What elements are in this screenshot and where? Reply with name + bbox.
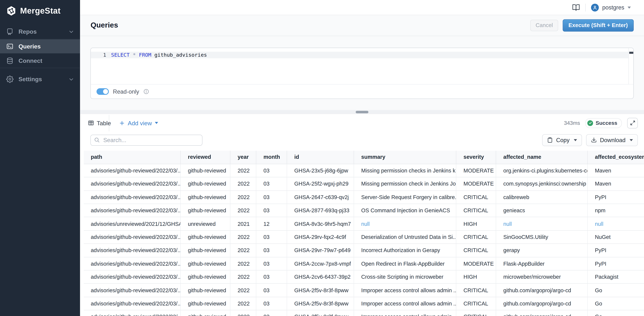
sidebar-item-queries[interactable]: Queries bbox=[0, 39, 80, 53]
cell-affected_name: SinGooCMS.Utility bbox=[496, 230, 588, 244]
cell-path: advisories/github-reviewed/2022/03/... bbox=[84, 230, 180, 244]
cell-summary: Improper access control allows admin ... bbox=[354, 297, 456, 310]
download-button[interactable]: Download bbox=[586, 134, 638, 146]
cell-month: 03 bbox=[256, 310, 287, 316]
cell-affected_ecosystem: Packagist bbox=[588, 270, 644, 284]
expand-button[interactable] bbox=[627, 118, 638, 128]
check-circle-icon bbox=[588, 120, 593, 126]
maximize-icon bbox=[630, 120, 635, 126]
caret-down-icon bbox=[155, 122, 158, 124]
column-header-month[interactable]: month bbox=[256, 150, 287, 164]
cell-affected_ecosystem: Maven bbox=[588, 177, 644, 190]
readonly-toggle[interactable] bbox=[96, 88, 109, 95]
cell-summary: Cross-site Scripting in microweber bbox=[354, 270, 456, 284]
cell-month: 03 bbox=[256, 164, 287, 177]
line-number: 1 bbox=[90, 52, 106, 58]
cell-affected_name: com.synopsys.jenkinsci:ownership bbox=[496, 177, 588, 190]
column-header-severity[interactable]: severity bbox=[456, 150, 496, 164]
clipboard-icon bbox=[547, 137, 553, 143]
table-row: advisories/github-reviewed/2022/03/...gi… bbox=[84, 177, 644, 190]
cancel-button[interactable]: Cancel bbox=[530, 20, 558, 31]
cell-month: 03 bbox=[256, 244, 287, 257]
cell-affected_name: org.jenkins-ci.plugins:kubernetes-cd bbox=[496, 164, 588, 177]
cell-month: 03 bbox=[256, 284, 287, 297]
cell-path: advisories/unreviewed/2021/12/GHSA... bbox=[84, 217, 180, 230]
splitter-drag-handle[interactable] bbox=[356, 111, 368, 113]
user-menu[interactable]: postgres bbox=[591, 3, 631, 11]
sql-editor[interactable]: 1 SELECT * FROM github_advisories bbox=[90, 48, 633, 84]
topbar-divider bbox=[586, 3, 586, 11]
cell-severity: CRITICAL bbox=[456, 244, 496, 257]
tab-table-label: Table bbox=[97, 120, 111, 126]
cell-reviewed: github-reviewed bbox=[180, 177, 230, 190]
cell-reviewed: github-reviewed bbox=[180, 310, 230, 316]
sidebar-item-label: Queries bbox=[18, 43, 40, 50]
cell-year: 2022 bbox=[230, 270, 256, 284]
column-header-year[interactable]: year bbox=[230, 150, 256, 164]
table-row: advisories/github-reviewed/2022/03/...gi… bbox=[84, 191, 644, 204]
cell-summary: Server-Side Request Forgery in calibre..… bbox=[354, 191, 456, 204]
sql-keyword: SELECT bbox=[111, 52, 130, 58]
column-header-path[interactable]: path bbox=[84, 150, 180, 164]
query-section: Queries Cancel Execute (Shift + Enter) 1… bbox=[80, 15, 644, 114]
cell-year: 2022 bbox=[230, 244, 256, 257]
info-icon[interactable] bbox=[143, 88, 149, 94]
topbar: postgres bbox=[80, 0, 644, 15]
column-header-summary[interactable]: summary bbox=[354, 150, 456, 164]
filter-row: Copy Download bbox=[80, 131, 644, 146]
cell-year: 2022 bbox=[230, 204, 256, 217]
docs-book-open-icon[interactable] bbox=[572, 3, 580, 11]
cell-id: GHSA-8v3c-9hr5-hqm7 bbox=[287, 217, 354, 230]
search-box bbox=[90, 134, 202, 145]
cell-path: advisories/github-reviewed/2022/03/... bbox=[84, 270, 180, 284]
cell-affected_ecosystem: NuGet bbox=[588, 230, 644, 244]
search-input[interactable] bbox=[102, 136, 199, 144]
table-row: advisories/github-reviewed/2022/03/...gi… bbox=[84, 230, 644, 244]
cell-affected_name: Flask-AppBuilder bbox=[496, 257, 588, 270]
cell-month: 03 bbox=[256, 230, 287, 244]
sidebar-item-settings[interactable]: Settings bbox=[0, 72, 80, 86]
column-header-reviewed[interactable]: reviewed bbox=[180, 150, 230, 164]
cell-severity: MODERATE bbox=[456, 177, 496, 190]
cell-affected_ecosystem: Go bbox=[588, 310, 644, 316]
cell-year: 2022 bbox=[230, 257, 256, 270]
cell-reviewed: github-reviewed bbox=[180, 284, 230, 297]
cell-reviewed: github-reviewed bbox=[180, 230, 230, 244]
table-row: advisories/github-reviewed/2022/03/...gi… bbox=[84, 270, 644, 284]
mergestat-logo-icon bbox=[6, 6, 16, 16]
readonly-label: Read-only bbox=[113, 88, 139, 95]
cell-path: advisories/github-reviewed/2022/03/... bbox=[84, 191, 180, 204]
sidebar-item-connect[interactable]: Connect bbox=[0, 53, 80, 68]
cell-reviewed: github-reviewed bbox=[180, 297, 230, 310]
cell-affected_ecosystem: Go bbox=[588, 284, 644, 297]
cell-severity: CRITICAL bbox=[456, 230, 496, 244]
user-name: postgres bbox=[602, 4, 624, 11]
table-grid-icon bbox=[88, 120, 94, 126]
cell-summary: Improper access control allows admin ... bbox=[354, 284, 456, 297]
brand-logo[interactable]: MergeStat bbox=[0, 0, 80, 16]
cell-path: advisories/github-reviewed/2022/03/... bbox=[84, 164, 180, 177]
terminal-icon bbox=[6, 43, 14, 50]
avatar bbox=[591, 3, 599, 11]
column-header-affected_ecosystem[interactable]: affected_ecosystem bbox=[588, 150, 644, 164]
cell-id: GHSA-2f5v-8r3f-8pww bbox=[287, 284, 354, 297]
cell-affected_ecosystem: PyPI bbox=[588, 191, 644, 204]
cell-reviewed: github-reviewed bbox=[180, 191, 230, 204]
cell-reviewed: unreviewed bbox=[180, 217, 230, 230]
cell-id: GHSA-23x5-j68g-6jpw bbox=[287, 164, 354, 177]
column-header-id[interactable]: id bbox=[287, 150, 354, 164]
sidebar-item-repos[interactable]: Repos bbox=[0, 25, 80, 39]
editor-scrollbar[interactable] bbox=[628, 48, 633, 84]
table-header-row: pathreviewedyearmonthidsummaryseverityaf… bbox=[84, 150, 644, 164]
copy-button[interactable]: Copy bbox=[542, 134, 582, 146]
tab-table[interactable]: Table bbox=[84, 115, 109, 131]
repos-book-icon bbox=[6, 28, 14, 35]
table-row: advisories/github-reviewed/2022/03/...gi… bbox=[84, 297, 644, 310]
table-row: advisories/unreviewed/2021/12/GHSA...unr… bbox=[84, 217, 644, 230]
cell-affected_name: github.com/argoproj/argo-cd bbox=[496, 297, 588, 310]
cell-affected_name: microweber/microweber bbox=[496, 270, 588, 284]
execute-button[interactable]: Execute (Shift + Enter) bbox=[563, 19, 634, 31]
cell-severity: CRITICAL bbox=[456, 191, 496, 204]
add-view-button[interactable]: Add view bbox=[119, 120, 158, 126]
column-header-affected_name[interactable]: affected_name bbox=[496, 150, 588, 164]
